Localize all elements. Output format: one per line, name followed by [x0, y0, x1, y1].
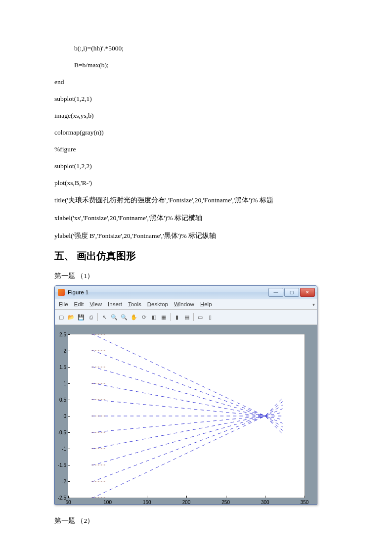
- code-line: %figure: [54, 145, 338, 153]
- code-line: colormap(gray(n)): [54, 129, 338, 137]
- y-tick-mark: [68, 465, 70, 465]
- code-line: image(xs,ys,b): [54, 112, 338, 120]
- y-tick-label: -1: [54, 446, 66, 452]
- window-title-bar[interactable]: Figure 1 — ▢ ✕: [55, 286, 317, 299]
- x-tick-label: 100: [103, 500, 112, 505]
- toolbar-separator: [97, 313, 98, 321]
- x-tick-mark: [265, 496, 265, 498]
- y-tick-label: 0.5: [54, 397, 66, 403]
- plot-background: 2.521.510.50-0.5-1-1.5-2-2.5501001502002…: [55, 325, 317, 504]
- x-tick-label: 300: [261, 500, 269, 505]
- y-tick-mark: [68, 383, 70, 384]
- y-tick-label: -2: [54, 479, 66, 484]
- toolbar-separator: [193, 313, 194, 321]
- code-line: xlabel('xs','Fontsize',20,'Fontname','黑体…: [54, 214, 338, 223]
- ray-line: [92, 400, 283, 419]
- open-icon[interactable]: 📂: [67, 313, 76, 322]
- menu-desktop[interactable]: Desktop: [145, 301, 170, 308]
- toolbar: ▢ 📂 💾 ⎙ ↖ 🔍 🔍 ✋ ⟳ ◧ ▦ ▮ ▤ ▭ ▯: [55, 310, 317, 325]
- show-tools-icon[interactable]: ▯: [206, 313, 215, 322]
- ray-line: [92, 367, 283, 427]
- brush-icon[interactable]: ▦: [159, 313, 168, 322]
- menu-bar: File Edit View Insert Tools Desktop Wind…: [55, 299, 317, 310]
- menu-chevron-icon[interactable]: ▾: [312, 302, 315, 307]
- toolbar-chevron-icon[interactable]: [308, 314, 315, 321]
- x-tick-mark: [226, 496, 226, 498]
- code-line: B=b/max(b);: [54, 61, 338, 69]
- new-figure-icon[interactable]: ▢: [57, 313, 66, 322]
- menu-view[interactable]: View: [87, 301, 104, 308]
- x-tick-label: 150: [143, 500, 151, 505]
- caption-top: 第一题 （1）: [54, 272, 338, 280]
- matlab-figure-window: Figure 1 — ▢ ✕ File Edit View Insert Too…: [54, 285, 317, 505]
- code-line: ylabel('强度 B','Fontsize',20,'Fontname','…: [54, 231, 338, 240]
- menu-help[interactable]: Help: [198, 301, 214, 308]
- code-line: b(:,i)=(hh)'.*5000;: [54, 45, 338, 52]
- y-tick-mark: [68, 481, 70, 482]
- colorbar-icon[interactable]: ▮: [173, 313, 181, 322]
- code-line: end: [54, 78, 338, 86]
- chart-axes[interactable]: 2.521.510.50-0.5-1-1.5-2-2.5501001502002…: [68, 334, 305, 498]
- code-line: subplot(1,2,2): [54, 162, 338, 170]
- x-tick-mark: [108, 496, 108, 498]
- y-tick-label: -1.5: [54, 462, 66, 468]
- toolbar-separator: [170, 313, 171, 321]
- ray-line: [92, 402, 283, 481]
- print-icon[interactable]: ⎙: [87, 313, 95, 322]
- legend-icon[interactable]: ▤: [182, 313, 191, 322]
- x-tick-mark: [147, 496, 147, 498]
- menu-window[interactable]: Window: [172, 301, 196, 308]
- menu-insert[interactable]: Insert: [106, 301, 124, 308]
- hide-tools-icon[interactable]: ▭: [196, 313, 205, 322]
- maximize-button[interactable]: ▢: [284, 288, 299, 297]
- code-line: plot(xs,B,'R-'): [54, 179, 338, 187]
- y-tick-mark: [68, 498, 70, 498]
- ray-line: [92, 405, 283, 465]
- x-tick-label: 200: [182, 500, 191, 505]
- window-title: Figure 1: [68, 289, 267, 295]
- y-tick-label: 2.5: [54, 332, 66, 337]
- y-tick-label: 1: [54, 381, 66, 386]
- minimize-button[interactable]: —: [268, 288, 283, 297]
- data-cursor-icon[interactable]: ◧: [149, 313, 158, 322]
- code-line: subplot(1,2,1): [54, 95, 338, 103]
- rotate-icon[interactable]: ⟳: [139, 313, 148, 322]
- menu-file[interactable]: File: [57, 301, 70, 308]
- y-tick-mark: [68, 400, 70, 400]
- menu-tools[interactable]: Tools: [126, 301, 143, 308]
- y-tick-label: -0.5: [54, 430, 66, 435]
- menu-edit[interactable]: Edit: [72, 301, 86, 308]
- save-icon[interactable]: 💾: [77, 313, 86, 322]
- x-tick-mark: [305, 496, 305, 498]
- y-tick-label: 1.5: [54, 365, 66, 370]
- zoom-in-icon[interactable]: 🔍: [110, 313, 119, 322]
- zoom-out-icon[interactable]: 🔍: [120, 313, 129, 322]
- ray-chart: [68, 334, 305, 498]
- y-tick-mark: [68, 416, 70, 416]
- x-tick-mark: [186, 496, 187, 498]
- y-tick-label: 2: [54, 348, 66, 354]
- pan-icon[interactable]: ✋: [130, 313, 138, 322]
- close-button[interactable]: ✕: [300, 288, 315, 297]
- y-tick-mark: [68, 334, 70, 335]
- pointer-icon[interactable]: ↖: [100, 313, 109, 322]
- caption-bottom: 第一题 （2）: [54, 516, 338, 525]
- y-tick-mark: [68, 449, 70, 449]
- x-tick-mark: [68, 496, 69, 498]
- section-heading: 五、 画出仿真图形: [54, 249, 338, 263]
- y-tick-mark: [68, 367, 70, 368]
- x-tick-label: 250: [221, 500, 230, 505]
- ray-line: [92, 413, 283, 432]
- matlab-icon: [58, 289, 65, 296]
- x-tick-label: 50: [65, 500, 71, 505]
- ray-line: [92, 351, 283, 430]
- y-tick-mark: [68, 432, 70, 433]
- y-tick-label: -2.5: [54, 495, 66, 501]
- y-tick-mark: [68, 351, 70, 351]
- code-line: title('夫琅禾费圆孔衍射光的强度分布','Fontsize',20,'Fo…: [54, 196, 338, 205]
- y-tick-label: 0: [54, 414, 66, 419]
- x-tick-label: 350: [301, 500, 309, 505]
